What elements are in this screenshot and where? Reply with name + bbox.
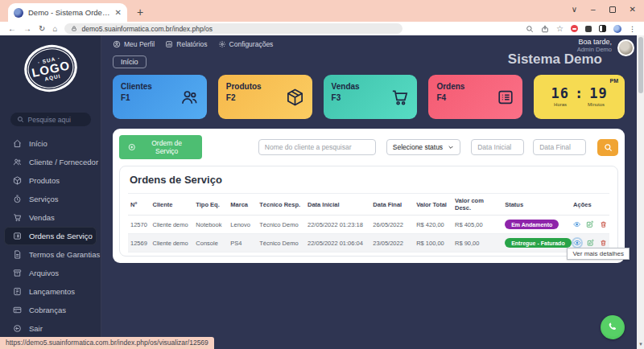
delete-icon[interactable] xyxy=(600,239,607,247)
table-row[interactable]: 12569 Cliente demo Console PS4 Técnico D… xyxy=(128,234,609,253)
cell-marca: PS4 xyxy=(228,234,257,253)
adblock-extension-icon[interactable] xyxy=(571,25,578,32)
menu-relatorios[interactable]: Relatórios xyxy=(165,40,207,48)
status-select[interactable]: Selecione status xyxy=(386,139,460,155)
sidebar-item-arquivos[interactable]: Arquivos xyxy=(0,264,101,282)
new-order-label: Ordem de Serviço xyxy=(141,139,193,155)
clock-minutes: 19 xyxy=(589,85,607,101)
app-window: · SUA · LOGO AQUI Pesquise aqui Início C… xyxy=(0,35,644,349)
sidebar-search-placeholder: Pesquise aqui xyxy=(28,116,71,124)
report-icon xyxy=(165,40,173,48)
sidebar-item-label: Cliente / Fornecedor xyxy=(29,158,98,166)
window-minimize-icon[interactable]: – xyxy=(591,5,596,14)
tab-close-icon[interactable]: ✕ xyxy=(115,9,122,17)
menu-configuracoes[interactable]: Configurações xyxy=(218,40,274,48)
browser-menu-icon[interactable]: ⋮ xyxy=(629,25,636,33)
sidebar-item-produtos[interactable]: Produtos xyxy=(0,171,101,190)
filter-search-button[interactable] xyxy=(597,139,618,156)
scrollbar-thumb[interactable] xyxy=(638,37,643,93)
table-row[interactable]: 12570 Cliente demo Notebook Lenovo Técni… xyxy=(128,216,609,234)
tab-search-chevron-icon[interactable]: ∨ xyxy=(572,5,577,14)
screen: Demo - Sistema Ordem de Serviç ✕ + ∨ – ✕… xyxy=(0,0,644,349)
breadcrumb[interactable]: Início xyxy=(113,55,147,68)
sidebar-search-input[interactable]: Pesquise aqui xyxy=(10,113,91,126)
col-tipo-eq: Tipo Eq. xyxy=(193,194,228,216)
date-end-input[interactable] xyxy=(533,139,586,155)
date-start-input[interactable] xyxy=(471,139,524,155)
col-tecnico: Técnico Resp. xyxy=(257,194,305,216)
new-order-button[interactable]: Ordem de Serviço xyxy=(119,135,202,159)
cell-data-inicial: 22/05/2022 01:06:04 xyxy=(305,234,370,253)
whatsapp-button[interactable] xyxy=(601,315,625,339)
clock-separator: : xyxy=(575,85,584,101)
client-search-input[interactable] xyxy=(258,139,376,155)
orders-table-card: Ordens de Serviço Nº Cliente Tipo Eq. xyxy=(119,166,618,257)
search-icon xyxy=(17,116,24,123)
package-icon xyxy=(13,176,22,185)
stopwatch-icon xyxy=(13,195,22,203)
card-clientes[interactable]: Clientes F1 xyxy=(113,75,207,119)
delete-icon[interactable] xyxy=(600,220,607,228)
menu-meu-perfil[interactable]: Meu Perfil xyxy=(113,40,155,48)
card-ordens[interactable]: Ordens F4 xyxy=(428,75,522,119)
view-icon[interactable] xyxy=(573,220,580,228)
extensions-puzzle-icon[interactable] xyxy=(585,26,592,32)
reload-icon[interactable]: ↻ xyxy=(39,25,45,33)
view-icon[interactable] xyxy=(573,239,581,247)
zoom-icon[interactable] xyxy=(526,25,534,33)
clock-card: PM 16 : 19 Horas Minutos xyxy=(534,75,625,119)
clock-time: 16 : 19 xyxy=(540,85,618,101)
home-icon[interactable]: ⌂ xyxy=(52,25,57,33)
clock-minutes-label: Minutos xyxy=(588,102,605,107)
cart-icon xyxy=(390,88,409,106)
sidebar-item-sair[interactable]: Sair xyxy=(0,319,101,338)
sidebar-item-inicio[interactable]: Início xyxy=(0,134,101,153)
cell-data-final: 23/05/2022 xyxy=(370,234,414,253)
whatsapp-phone-icon xyxy=(606,321,619,334)
user-avatar[interactable] xyxy=(617,39,634,56)
col-numero: Nº xyxy=(128,194,151,216)
lock-icon xyxy=(71,25,77,32)
sidebar-item-label: Serviços xyxy=(29,195,58,203)
user-circle-icon xyxy=(113,40,121,48)
sidebar-item-termos-de-garantias[interactable]: Termos de Garantias xyxy=(0,245,101,264)
status-badge: Entregue - Faturado xyxy=(505,238,572,248)
sidebar-item-ordens-de-servico[interactable]: Ordens de Serviço xyxy=(4,227,97,245)
sidebar-nav: Início Cliente / Fornecedor Produtos Ser… xyxy=(0,134,101,338)
browser-tabstrip: Demo - Sistema Ordem de Serviç ✕ + ∨ – ✕ xyxy=(0,0,644,22)
bookmark-star-icon[interactable]: ☆ xyxy=(556,24,564,33)
view-details-tooltip: Ver mais detalhes xyxy=(567,248,630,260)
shortcut-cards: Clientes F1 Produtos F2 Vendas F3 Ordens… xyxy=(113,75,625,119)
address-bar[interactable]: demo5.suainformatica.com.br/index.php/os xyxy=(64,23,402,34)
menu-label: Configurações xyxy=(229,40,274,48)
card-vendas[interactable]: Vendas F3 xyxy=(324,75,418,119)
window-restore-icon[interactable] xyxy=(609,6,616,13)
orders-table: Nº Cliente Tipo Eq. Marca Técnico Resp. … xyxy=(128,193,609,253)
sidebar-item-cobrancas[interactable]: Cobranças xyxy=(0,301,101,319)
page-scrollbar[interactable]: ▼ xyxy=(637,35,644,349)
plus-circle-icon xyxy=(128,143,136,151)
greeting-text: Boa tarde, xyxy=(577,38,612,46)
sidebar-item-lancamentos[interactable]: Lançamentos xyxy=(0,282,101,301)
back-icon[interactable]: ← xyxy=(8,25,16,33)
edit-icon[interactable] xyxy=(587,239,594,247)
new-tab-button[interactable]: + xyxy=(137,6,143,18)
sidebar-item-vendas[interactable]: Vendas xyxy=(0,208,101,227)
edit-icon[interactable] xyxy=(586,220,593,228)
forward-icon[interactable]: → xyxy=(23,25,31,33)
clock-period: PM xyxy=(609,78,618,84)
order-list-icon xyxy=(497,88,514,106)
darkmode-extension-icon[interactable] xyxy=(599,25,606,32)
share-icon[interactable] xyxy=(541,25,549,33)
logout-icon xyxy=(13,324,22,333)
sidebar-item-servicos[interactable]: Serviços xyxy=(0,190,101,208)
cart-icon xyxy=(13,213,22,222)
scrollbar-down-arrow-icon[interactable]: ▼ xyxy=(638,342,643,347)
link-status-bubble: https://demo5.suainformatica.com.br/inde… xyxy=(0,337,214,349)
browser-tab[interactable]: Demo - Sistema Ordem de Serviç ✕ xyxy=(8,3,127,22)
status-badge: Em Andamento xyxy=(505,220,559,229)
card-produtos[interactable]: Produtos F2 xyxy=(218,75,312,119)
window-close-icon[interactable]: ✕ xyxy=(630,5,636,14)
sidebar-item-cliente-fornecedor[interactable]: Cliente / Fornecedor xyxy=(0,153,101,171)
profile-avatar-icon[interactable] xyxy=(613,25,621,33)
